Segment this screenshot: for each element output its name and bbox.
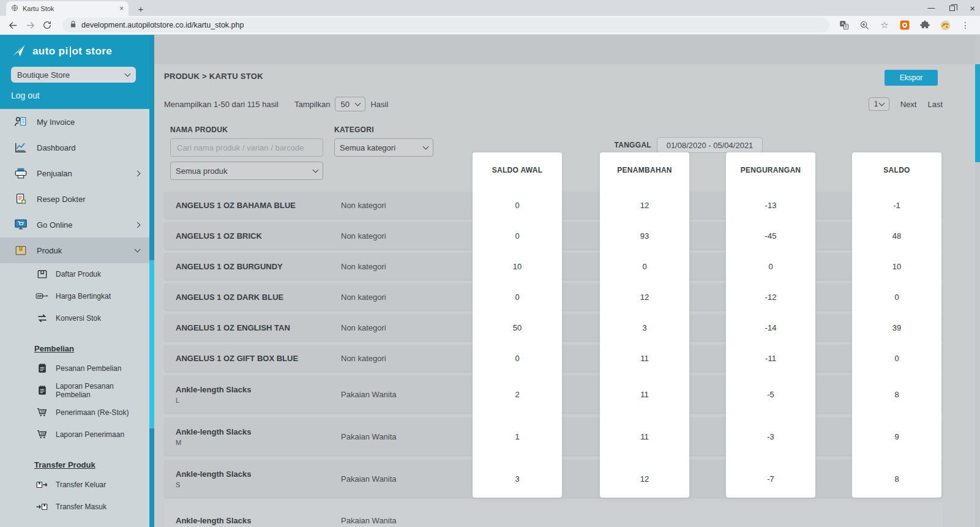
browser-tab[interactable]: Kartu Stok × (6, 1, 129, 16)
sidebar-item-transfer-keluar[interactable]: Transfer Keluar (0, 474, 149, 496)
price-tag-icon: RP (36, 290, 48, 303)
browser-toolbar: development.autopilotstore.co.id/kartu_s… (0, 16, 980, 35)
page-size-select[interactable]: 50 (335, 97, 365, 111)
sidebar-item-konversi-stok[interactable]: Konversi Stok (0, 307, 149, 329)
value-cell: 3 (473, 460, 562, 498)
sidebar-item-go-online[interactable]: Go Online (0, 212, 149, 237)
value-cell: 11 (600, 345, 689, 372)
product-category-cell: Pakaian Wanita (341, 502, 463, 527)
product-category-cell: Non kategori (341, 253, 463, 280)
pagination-last[interactable]: Last (927, 100, 943, 109)
product-name-cell: Ankle-length Slacks (176, 502, 335, 527)
chevron-down-icon (355, 100, 361, 107)
browser-menu-icon[interactable]: ⋮ (959, 19, 971, 31)
product-name-cell: ANGELUS 1 OZ GIFT BOX BLUE (176, 345, 335, 372)
order-icon (36, 362, 48, 375)
breadcrumb: PRODUK > KARTU STOK (164, 72, 263, 81)
sidebar-item-dashboard[interactable]: Dashboard (0, 135, 149, 160)
value-cell: 0 (852, 283, 941, 310)
sidebar-item-resep-dokter[interactable]: Resep Dokter (0, 186, 149, 212)
product-name-cell: Ankle-length SlacksM (176, 417, 335, 455)
back-icon[interactable] (6, 18, 20, 32)
value-cell: 8 (852, 375, 941, 413)
value-cell: -7 (726, 460, 815, 498)
sidebar-item-laporan-pesanan-pembelian[interactable]: Laporan Pesanan Pembelian (0, 379, 149, 402)
zoom-icon[interactable] (858, 19, 870, 31)
table-row: Ankle-length SlacksMPakaian Wanita111-39 (164, 417, 943, 455)
extension-orange-icon[interactable] (899, 19, 911, 31)
sidebar-menu: My InvoiceDashboardPenjualanResep Dokter… (0, 109, 149, 527)
product-search-input[interactable] (170, 138, 323, 157)
value-cell: -11 (726, 345, 815, 372)
product-name-cell: Ankle-length SlacksS (176, 460, 335, 498)
sidebar-item-laporan-penerimaan[interactable]: Laporan Penerimaan (0, 424, 149, 446)
value-cell: 0 (473, 345, 562, 372)
sidebar-item-daftar-produk[interactable]: Daftar Produk (0, 263, 149, 285)
translate-icon[interactable] (838, 19, 850, 31)
product-category-cell: Pakaian Wanita (341, 460, 463, 498)
category-select[interactable]: Semua kategori (334, 138, 433, 157)
product-variant: S (176, 481, 335, 488)
sidebar-item-pesanan-pembelian[interactable]: Pesanan Pembelian (0, 357, 149, 379)
product-variant: L (176, 397, 335, 404)
top-header-band (154, 35, 980, 64)
chevron-down-icon (125, 71, 131, 77)
sidebar-item-harga-bertingkat[interactable]: RPHarga Bertingkat (0, 285, 149, 307)
table-row: ANGELUS 1 OZ BRICKNon kategori093-4548 (164, 222, 943, 249)
forward-icon[interactable] (23, 18, 37, 32)
product-name: ANGELUS 1 OZ BURGUNDY (176, 262, 335, 271)
table-row: ANGELUS 1 OZ BURGUNDYNon kategori100010 (164, 253, 943, 280)
page-number-select[interactable]: 1 (869, 97, 889, 111)
export-button[interactable]: Ekspor (885, 70, 938, 86)
logo-cursor-bar (70, 47, 71, 57)
product-category-cell: Pakaian Wanita (341, 417, 463, 455)
sidebar-item-my-invoice[interactable]: My Invoice (0, 109, 149, 135)
value-cell: 2 (473, 375, 562, 413)
column-header: SALDO AWAL (473, 152, 562, 187)
bookmark-star-icon[interactable]: ☆ (878, 19, 891, 31)
category-label: KATEGORI (334, 125, 433, 134)
value-cell: 0 (600, 253, 689, 280)
sidebar-item-label: Resep Dokter (37, 195, 140, 204)
table-row: ANGELUS 1 OZ ENGLISH TANNon kategori503-… (164, 314, 943, 341)
sidebar-item-transfer-masuk[interactable]: Transfer Masuk (0, 496, 149, 518)
profile-avatar[interactable] (939, 19, 951, 31)
table-row: ANGELUS 1 OZ DARK BLUENon kategori012-12… (164, 283, 943, 310)
page-scrollbar-thumb[interactable] (975, 64, 980, 162)
value-cell: 93 (600, 222, 689, 249)
store-selector[interactable]: Boutique Store (11, 67, 136, 83)
window-close-icon[interactable]: × (970, 4, 975, 13)
product-name-cell: ANGELUS 1 OZ DARK BLUE (176, 283, 335, 310)
sidebar-item-label: Dashboard (37, 143, 140, 152)
new-tab-button[interactable]: + (135, 4, 147, 14)
show-label: Tampilkan (294, 100, 331, 109)
reload-icon[interactable] (40, 18, 54, 32)
date-range-input[interactable] (657, 137, 763, 153)
extensions-puzzle-icon[interactable] (919, 19, 931, 31)
product-select[interactable]: Semua produk (170, 162, 323, 180)
cart-icon (36, 428, 48, 441)
sidebar-item-label: Harga Bertingkat (56, 292, 111, 301)
value-cell: 12 (600, 283, 689, 310)
sidebar-item-penjualan[interactable]: Penjualan (0, 160, 149, 186)
value-cell: 12 (600, 192, 689, 219)
tab-close-icon[interactable]: × (119, 4, 124, 13)
table-row: Ankle-length SlacksLPakaian Wanita211-58 (164, 375, 943, 413)
logout-link[interactable]: Log out (11, 91, 54, 100)
page-scrollbar-track[interactable] (975, 35, 980, 527)
sales-icon (13, 166, 28, 181)
sidebar-scrollbar-thumb[interactable] (149, 260, 154, 428)
product-list-icon (36, 268, 48, 281)
sidebar-item-label: Pesanan Pembelian (56, 364, 121, 373)
sidebar-item-label: Penerimaan (Re-Stok) (56, 408, 129, 417)
browser-window: Kartu Stok × + — × development.autopilot… (0, 0, 980, 527)
sidebar-item-produk[interactable]: Produk (0, 237, 149, 263)
sidebar-scrollbar-track[interactable] (149, 35, 154, 527)
product-name: Ankle-length Slacks (176, 427, 335, 436)
pagination-next[interactable]: Next (900, 100, 917, 109)
sidebar-item-label: Go Online (37, 220, 135, 230)
window-minimize-icon[interactable]: — (927, 4, 935, 12)
address-bar[interactable]: development.autopilotstore.co.id/kartu_s… (62, 18, 829, 32)
window-restore-icon[interactable] (949, 6, 955, 11)
sidebar-item-penerimaan-re-stok-[interactable]: Penerimaan (Re-Stok) (0, 402, 149, 424)
